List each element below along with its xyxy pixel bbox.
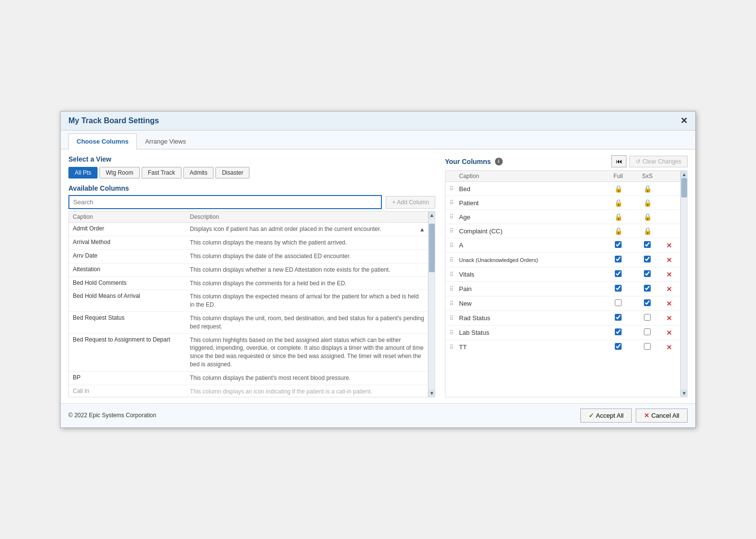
drag-handle[interactable]: ⠿ [449, 257, 459, 263]
full-checkbox[interactable] [615, 270, 622, 277]
drag-handle[interactable]: ⠿ [449, 300, 459, 307]
col-desc-2: This column displays the date of the ass… [190, 252, 424, 261]
sxs-checkbox[interactable] [644, 270, 651, 277]
remove-button[interactable]: ✕ [662, 271, 676, 278]
close-button[interactable]: ✕ [680, 116, 688, 125]
col-caption-2: Arrv Date [73, 252, 190, 259]
footer: © 2022 Epic Systems Corporation ✓ Accept… [61, 403, 695, 427]
sxs-checkbox[interactable] [644, 256, 651, 262]
full-checkbox[interactable] [615, 299, 622, 306]
drag-handle[interactable]: ⠿ [449, 329, 459, 336]
sxs-checkbox-cell [633, 241, 662, 249]
list-item: ⠿ Complaint (CC) 🔒 🔒 [445, 224, 680, 238]
drag-handle[interactable]: ⠿ [449, 315, 459, 322]
col-desc-0: Displays icon if patient has an admit or… [190, 225, 424, 233]
col-caption-4: Bed Hold Comments [73, 279, 190, 286]
sxs-checkbox[interactable] [644, 299, 651, 306]
view-buttons: All Pts Wtg Room Fast Track Admits Disas… [68, 167, 435, 179]
col-desc-3: This column displays whether a new ED At… [190, 266, 424, 274]
undo-icon: ↺ [636, 158, 641, 165]
scroll-thumb[interactable] [429, 224, 435, 272]
right-scroll-down-btn[interactable]: ▼ [681, 390, 687, 397]
drag-handle[interactable]: ⠿ [449, 344, 459, 351]
remove-button[interactable]: ✕ [662, 300, 676, 308]
col-caption: Rad Status [459, 314, 604, 322]
remove-button[interactable]: ✕ [662, 256, 676, 264]
remove-button[interactable]: ✕ [662, 285, 676, 293]
drag-handle[interactable]: ⠿ [449, 286, 459, 293]
accept-all-button[interactable]: ✓ Accept All [580, 408, 632, 423]
first-button[interactable]: ⏮ [611, 155, 626, 167]
columns-body: Admit Order Displays icon if patient has… [69, 223, 428, 396]
full-lock-icon: 🔒 [604, 185, 633, 193]
view-btn-admits[interactable]: Admits [183, 167, 214, 179]
col-caption-9: Call In [73, 388, 190, 394]
search-input[interactable] [68, 195, 382, 209]
full-checkbox-cell [604, 256, 633, 264]
remove-button[interactable]: ✕ [662, 314, 676, 322]
search-row: + Add Column [68, 195, 435, 209]
right-header-actions: ⏮ ↺ Clear Changes [611, 155, 688, 167]
view-btn-fast-track[interactable]: Fast Track [142, 167, 181, 179]
sxs-checkbox[interactable] [644, 343, 651, 350]
accept-label: Accept All [596, 412, 624, 419]
list-item: ⠿ TT ✕ [445, 340, 680, 354]
right-scroll-track [681, 178, 687, 389]
col-caption: Complaint (CC) [459, 228, 604, 235]
full-checkbox[interactable] [615, 241, 622, 248]
table-row: Admit Order Displays icon if patient has… [69, 223, 428, 236]
list-item: ⠿ Patient 🔒 🔒 [445, 196, 680, 210]
full-checkbox[interactable] [615, 328, 622, 335]
remove-button[interactable]: ✕ [662, 242, 676, 249]
col-caption-8: BP [73, 374, 190, 381]
scroll-up-btn[interactable]: ▲ [428, 212, 435, 219]
sxs-lock-icon: 🔒 [633, 185, 662, 193]
right-scroll-thumb[interactable] [681, 178, 687, 197]
drag-handle[interactable]: ⠿ [449, 271, 459, 278]
col-caption-5: Bed Hold Means of Arrival [73, 293, 190, 299]
sxs-checkbox[interactable] [644, 285, 651, 292]
tab-arrange-views[interactable]: Arrange Views [137, 133, 194, 149]
remove-button[interactable]: ✕ [662, 329, 676, 337]
sxs-checkbox[interactable] [644, 241, 651, 248]
list-item: ⠿ Pain ✕ [445, 282, 680, 296]
footer-buttons: ✓ Accept All ✕ Cancel All [580, 408, 688, 423]
cancel-label: Cancel All [651, 412, 679, 419]
full-checkbox[interactable] [615, 256, 622, 262]
remove-button[interactable]: ✕ [662, 343, 676, 351]
table-row: Bed Hold Comments This column displays t… [69, 277, 428, 291]
full-checkbox-cell [604, 285, 633, 293]
info-icon[interactable]: i [495, 158, 503, 165]
list-item: ⠿ A ✕ [445, 238, 680, 253]
col-caption: New [459, 300, 604, 307]
col-desc-5: This column displays the expected means … [190, 293, 424, 309]
table-row: Bed Request to Assignment to Depart This… [69, 334, 428, 372]
right-scroll-up-btn[interactable]: ▲ [681, 171, 687, 178]
sxs-checkbox-cell [633, 328, 662, 337]
full-checkbox[interactable] [615, 343, 622, 350]
view-btn-wtg-room[interactable]: Wtg Room [99, 167, 140, 179]
list-item: ⠿ Lab Status ✕ [445, 326, 680, 340]
full-checkbox[interactable] [615, 314, 622, 321]
view-btn-all-pts[interactable]: All Pts [68, 167, 98, 179]
list-item: ⠿ Rad Status ✕ [445, 311, 680, 326]
cancel-all-button[interactable]: ✕ Cancel All [636, 408, 688, 423]
table-row: BP This column displays the patient's mo… [69, 372, 428, 385]
view-btn-disaster[interactable]: Disaster [215, 167, 249, 179]
col-caption: Vitals [459, 271, 604, 278]
your-columns-title-group: Your Columns i [445, 158, 503, 165]
drag-handle[interactable]: ⠿ [449, 242, 459, 249]
sxs-checkbox-cell [633, 299, 662, 308]
sxs-checkbox[interactable] [644, 328, 651, 335]
table-row: Call In This column displays an icon ind… [69, 385, 428, 397]
sxs-checkbox-cell [633, 270, 662, 278]
sxs-checkbox-cell [633, 285, 662, 293]
tab-choose-columns[interactable]: Choose Columns [68, 133, 137, 149]
row-expand-arrow[interactable]: ▲ [419, 226, 425, 233]
scroll-down-btn[interactable]: ▼ [428, 390, 435, 397]
checkmark-icon: ✓ [589, 412, 594, 419]
full-lock-icon: 🔒 [604, 227, 633, 235]
full-checkbox[interactable] [615, 285, 622, 292]
xmark-icon: ✕ [644, 412, 649, 419]
sxs-checkbox[interactable] [644, 314, 651, 321]
